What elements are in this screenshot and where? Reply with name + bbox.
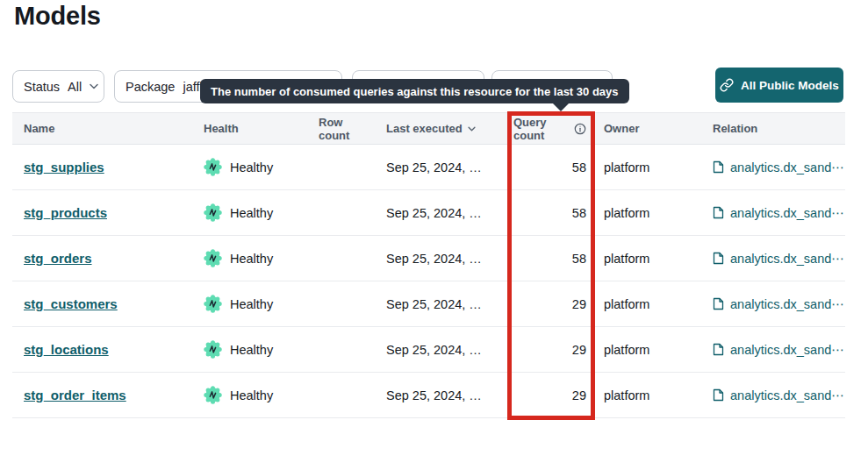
relation-link[interactable]: analytics.dx_sand⋯ (713, 297, 844, 311)
owner-cell: platform (586, 388, 713, 402)
column-header-last-executed[interactable]: Last executed (365, 122, 513, 135)
column-header-name: Name (24, 122, 204, 135)
model-name-link[interactable]: stg_locations (24, 342, 109, 357)
health-cell: Healthy (204, 295, 319, 313)
document-icon (713, 297, 724, 310)
table-row: stg_supplies (12, 145, 845, 190)
relation-label: analytics.dx_sand⋯ (730, 343, 844, 357)
relation-link[interactable]: analytics.dx_sand⋯ (713, 160, 844, 174)
column-header-relation: Relation (713, 122, 845, 135)
query-count-cell: 58 (513, 252, 586, 266)
model-name-cell: stg_locations (24, 342, 204, 357)
health-status-label: Healthy (230, 343, 273, 357)
health-badge-icon (204, 158, 222, 176)
relation-cell: analytics.dx_sand⋯ (713, 297, 845, 311)
relation-label: analytics.dx_sand⋯ (730, 297, 844, 311)
chevron-down-icon (90, 83, 98, 89)
health-badge-icon (204, 249, 222, 267)
relation-label: analytics.dx_sand⋯ (730, 388, 844, 402)
health-badge-icon (204, 386, 222, 404)
relation-cell: analytics.dx_sand⋯ (713, 160, 845, 174)
owner-cell: platform (586, 297, 713, 311)
query-count-cell: 58 (513, 206, 586, 220)
health-cell: Healthy (204, 386, 319, 404)
model-name-link[interactable]: stg_customers (24, 296, 118, 311)
relation-link[interactable]: analytics.dx_sand⋯ (713, 388, 844, 402)
page-title: Models (14, 2, 101, 31)
health-status-label: Healthy (230, 297, 273, 311)
package-filter-label: Package (126, 80, 175, 94)
health-status-label: Healthy (230, 206, 273, 220)
model-name-link[interactable]: stg_order_items (24, 388, 126, 402)
query-count-cell: 58 (513, 160, 586, 174)
tooltip-arrow (552, 103, 570, 111)
table-body: stg_supplies (12, 145, 845, 418)
health-cell: Healthy (204, 249, 319, 267)
relation-cell: analytics.dx_sand⋯ (713, 388, 845, 402)
models-table: Name Health Row count Last executed Quer… (12, 112, 845, 418)
last-executed-cell: Sep 25, 2024, … (365, 297, 513, 311)
health-status-label: Healthy (230, 160, 273, 174)
status-filter-value: All (68, 80, 82, 94)
table-row: stg_order_items (12, 373, 845, 418)
column-header-health: Health (204, 122, 319, 135)
table-row: stg_orders (12, 236, 845, 281)
table-row: stg_products (12, 190, 845, 236)
column-header-row-count: Row count (319, 116, 365, 142)
owner-cell: platform (586, 343, 713, 357)
relation-cell: analytics.dx_sand⋯ (713, 252, 845, 266)
query-count-cell: 29 (513, 388, 586, 402)
health-badge-icon (204, 340, 222, 359)
document-icon (713, 206, 724, 219)
health-badge-icon (204, 295, 222, 313)
table-row: stg_customers (12, 281, 845, 327)
query-count-tooltip: The number of consumed queries against t… (200, 79, 629, 103)
last-executed-cell: Sep 25, 2024, … (365, 252, 513, 266)
owner-cell: platform (586, 160, 713, 174)
query-count-cell: 29 (513, 343, 586, 357)
relation-link[interactable]: analytics.dx_sand⋯ (713, 343, 844, 357)
relation-cell: analytics.dx_sand⋯ (713, 206, 845, 220)
document-icon (713, 160, 724, 174)
relation-label: analytics.dx_sand⋯ (730, 206, 844, 220)
status-filter-label: Status (24, 80, 60, 94)
last-executed-cell: Sep 25, 2024, … (365, 160, 513, 174)
model-name-link[interactable]: stg_orders (24, 251, 92, 266)
relation-cell: analytics.dx_sand⋯ (713, 343, 845, 357)
link-icon (720, 78, 734, 92)
all-public-models-label: All Public Models (741, 79, 839, 92)
document-icon (713, 252, 724, 265)
last-executed-cell: Sep 25, 2024, … (365, 343, 513, 357)
last-executed-cell: Sep 25, 2024, … (365, 388, 513, 402)
model-name-cell: stg_supplies (24, 160, 204, 174)
column-header-last-executed-label: Last executed (386, 122, 463, 135)
relation-label: analytics.dx_sand⋯ (730, 160, 844, 174)
owner-cell: platform (586, 252, 713, 266)
column-header-owner: Owner (586, 122, 713, 135)
model-name-cell: stg_customers (24, 296, 204, 311)
column-header-query-count: Query count (513, 116, 586, 142)
all-public-models-button[interactable]: All Public Models (715, 68, 843, 103)
model-name-cell: stg_orders (24, 251, 204, 266)
document-icon (713, 343, 724, 356)
relation-label: analytics.dx_sand⋯ (730, 252, 844, 266)
model-name-link[interactable]: stg_supplies (24, 160, 104, 174)
health-status-label: Healthy (230, 388, 273, 402)
column-header-query-count-label: Query count (513, 116, 570, 142)
models-page: Models Status All Package jaffle_ All Pu… (0, 0, 868, 470)
relation-link[interactable]: analytics.dx_sand⋯ (713, 252, 844, 266)
info-icon[interactable] (574, 123, 586, 135)
owner-cell: platform (586, 206, 713, 220)
document-icon (713, 388, 724, 402)
health-cell: Healthy (204, 340, 319, 359)
health-cell: Healthy (204, 158, 319, 176)
table-row: stg_locations (12, 327, 845, 373)
relation-link[interactable]: analytics.dx_sand⋯ (713, 206, 844, 220)
last-executed-cell: Sep 25, 2024, … (365, 206, 513, 220)
model-name-cell: stg_order_items (24, 388, 204, 402)
table-header-row: Name Health Row count Last executed Quer… (12, 112, 845, 145)
model-name-cell: stg_products (24, 205, 204, 220)
health-status-label: Healthy (230, 252, 273, 266)
model-name-link[interactable]: stg_products (24, 205, 107, 220)
status-filter-dropdown[interactable]: Status All (12, 70, 104, 103)
